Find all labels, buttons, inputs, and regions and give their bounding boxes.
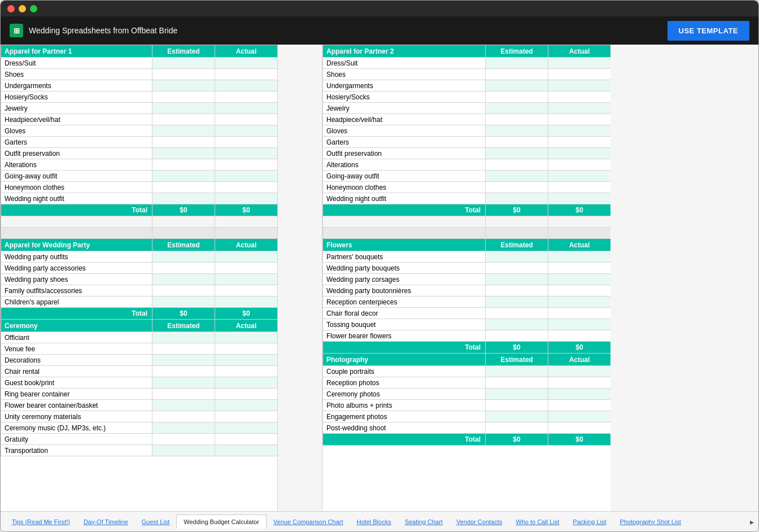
section-title: Apparel for Partner 1 [1,45,152,58]
estimated-header: Estimated [152,45,215,58]
actual-header: Actual [215,45,278,58]
list-item: Garters [323,137,611,148]
list-item: Headpiece/veil/hat [1,114,278,125]
list-item: Going-away outfit [1,171,278,182]
traffic-light-yellow[interactable] [19,5,26,12]
tab-photography-shot-list[interactable]: Photography Shot List [613,515,688,529]
list-item: Wedding party accessories [1,263,278,274]
list-item: Dress/Suit [1,58,278,69]
tab-who-to-call[interactable]: Who to Call List [509,515,566,529]
tab-venue-comparison[interactable]: Venue Comparison Chart [267,515,350,529]
total-row: Total $0 $0 [323,434,611,446]
list-item: Wedding night outfit [323,193,611,204]
list-item: Officiant [1,332,278,343]
list-item: Gloves [1,125,278,137]
list-item: Gloves [323,125,611,137]
list-item: Headpiece/veil/hat [323,114,611,125]
traffic-light-green[interactable] [30,5,37,12]
tab-day-of-timeline[interactable]: Day-Of Timeline [77,515,135,529]
traffic-light-red[interactable] [7,5,15,12]
tab-hotel-blocks[interactable]: Hotel Blocks [350,515,398,529]
list-item: Wedding party boutonnières [323,285,611,296]
bottom-tabs-bar: Tips (Read Me First!) Day-Of Timeline Gu… [1,511,758,531]
header-row: Flowers Estimated Actual [323,239,611,251]
right-spacer [610,45,758,511]
list-item: Alterations [1,159,278,171]
list-item: Guest book/print [1,377,278,389]
header-row: Photography Estimated Actual [323,354,611,366]
header-row: Apparel for Partner 2 Estimated Actual [323,45,611,58]
tab-seating-chart[interactable]: Seating Chart [398,515,450,529]
list-item: Wedding night outfit [1,193,278,204]
tab-vendor-contacts[interactable]: Vendor Contacts [450,515,509,529]
total-row: Total $0 $0 [323,204,611,216]
list-item: Going-away outfit [323,171,611,182]
list-item: Reception photos [323,377,611,389]
header-row: Ceremony Estimated Actual [1,320,278,332]
list-item: Gratuity [1,434,278,445]
list-item: Unity ceremony materials [1,411,278,422]
tab-wedding-budget[interactable]: Wedding Budget Calculator [176,514,267,529]
middle-spacer [277,45,322,511]
scroll-indicator: ▸ [750,517,754,526]
empty-row [1,228,278,239]
app-header: ⊞ Wedding Spreadsheets from Offbeat Brid… [1,16,758,45]
apparel-partner1-table: Apparel for Partner 1 Estimated Actual D… [1,45,278,456]
list-item: Hosiery/Socks [323,91,611,103]
use-template-button[interactable]: USE TEMPLATE [668,21,749,41]
list-item: Honeymoon clothes [1,182,278,193]
list-item: Venue fee [1,343,278,355]
list-item: Photo albums + prints [323,400,611,411]
list-item: Jewelry [323,103,611,114]
list-item: Decorations [1,355,278,366]
list-item: Ring bearer container [1,389,278,400]
list-item: Ceremony music (DJ, MP3s, etc.) [1,422,278,434]
empty-row [323,228,611,239]
total-row: Total $0 $0 [323,342,611,354]
list-item: Chair rental [1,366,278,377]
list-item: Chair floral decor [323,308,611,319]
app-title: Wedding Spreadsheets from Offbeat Bride [29,26,177,35]
list-item: Engagement photos [323,411,611,422]
list-item: Undergarments [1,80,278,91]
list-item: Shoes [323,69,611,80]
tab-packing-list[interactable]: Packing List [566,515,613,529]
app-header-left: ⊞ Wedding Spreadsheets from Offbeat Brid… [10,24,177,37]
list-item: Partners' bouquets [323,251,611,263]
list-item: Flower bearer container/basket [1,400,278,411]
list-item: Couple portraits [323,366,611,377]
list-item: Tossing bouquet [323,319,611,330]
sheets-icon: ⊞ [10,24,23,37]
list-item: Hosiery/Socks [1,91,278,103]
header-row: Apparel for Wedding Party Estimated Actu… [1,239,278,251]
tab-tips[interactable]: Tips (Read Me First!) [5,515,77,529]
list-item: Garters [1,137,278,148]
list-item: Transportation [1,445,278,456]
list-item: Family outfits/accessories [1,285,278,296]
list-item: Flower bearer flowers [323,330,611,342]
total-row: Total $0 $0 [1,204,278,216]
empty-row [1,216,278,228]
window-chrome [1,1,758,16]
list-item: Outfit preservation [323,148,611,159]
list-item: Post-wedding shoot [323,422,611,434]
header-row: Apparel for Partner 1 Estimated Actual [1,45,278,58]
list-item: Wedding party corsages [323,274,611,285]
list-item: Wedding party bouquets [323,263,611,274]
list-item: Wedding party shoes [1,274,278,285]
list-item: Shoes [1,69,278,80]
spreadsheet-area: Apparel for Partner 1 Estimated Actual D… [1,45,758,511]
list-item: Jewelry [1,103,278,114]
list-item: Alterations [323,159,611,171]
list-item: Wedding party outfits [1,251,278,263]
tab-guest-list[interactable]: Guest List [135,515,177,529]
list-item: Reception centerpieces [323,296,611,308]
list-item: Children's apparel [1,296,278,308]
empty-row [323,216,611,228]
list-item: Outfit preservation [1,148,278,159]
list-item: Undergarments [323,80,611,91]
list-item: Honeymoon clothes [323,182,611,193]
list-item: Ceremony photos [323,389,611,400]
total-row: Total $0 $0 [1,308,278,320]
window-frame: ⊞ Wedding Spreadsheets from Offbeat Brid… [0,0,759,532]
